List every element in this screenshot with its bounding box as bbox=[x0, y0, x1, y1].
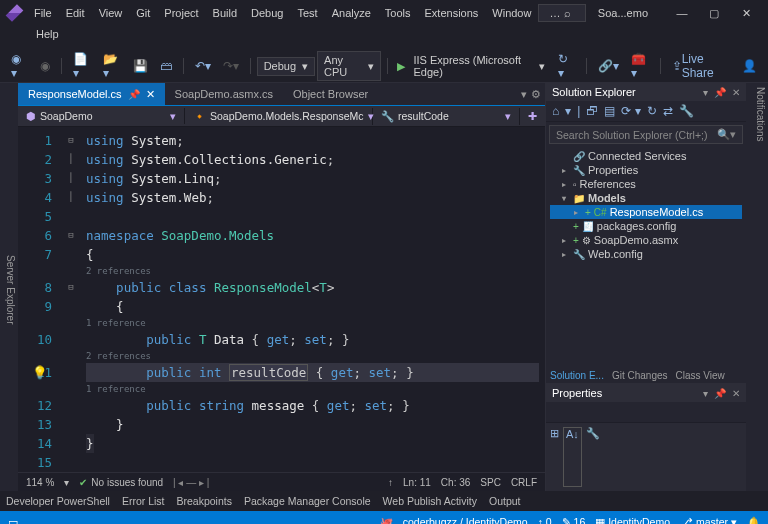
maximize-button[interactable]: ▢ bbox=[698, 0, 730, 26]
tab-web-publish[interactable]: Web Publish Activity bbox=[383, 495, 477, 507]
selected-identifier[interactable]: resultCode bbox=[229, 364, 308, 381]
char-indicator[interactable]: Ch: 36 bbox=[441, 477, 470, 488]
menu-extensions[interactable]: Extensions bbox=[418, 4, 486, 22]
liveshare-button[interactable]: ⇪ Live Share bbox=[667, 49, 735, 83]
nav-fwd-button[interactable]: ◉ bbox=[35, 56, 55, 76]
tree-references[interactable]: ▸▫References bbox=[550, 177, 742, 191]
output-window-icon[interactable]: ▭ bbox=[8, 516, 18, 524]
prop-cat-icon[interactable]: ⊞ bbox=[550, 427, 559, 487]
browser-link-button[interactable]: 🔗▾ bbox=[593, 56, 624, 76]
tab-server-explorer[interactable]: Server Explorer bbox=[3, 251, 18, 328]
menu-edit[interactable]: Edit bbox=[59, 4, 92, 22]
fold-gutter[interactable]: ⊟│││⊟⊟ bbox=[62, 127, 80, 472]
codelens[interactable]: 1 reference bbox=[86, 316, 539, 330]
error-nav[interactable]: | ◂ — ▸ | bbox=[173, 477, 209, 488]
menu-build[interactable]: Build bbox=[206, 4, 244, 22]
tab-dev-powershell[interactable]: Developer PowerShell bbox=[6, 495, 110, 507]
nav-project[interactable]: ⬢SoapDemo▾ bbox=[18, 108, 185, 124]
prop-sort-icon[interactable]: A↓ bbox=[563, 427, 582, 487]
notifications-icon[interactable]: 🔔 bbox=[747, 516, 760, 525]
config-select[interactable]: Debug▾ bbox=[257, 57, 315, 76]
nav-class[interactable]: 🔸SoapDemo.Models.ResponseMc▾ bbox=[185, 108, 373, 125]
menu-view[interactable]: View bbox=[92, 4, 130, 22]
tab-output[interactable]: Output bbox=[489, 495, 521, 507]
tab-overflow-icon[interactable]: ▾ bbox=[521, 88, 527, 101]
menu-analyze[interactable]: Analyze bbox=[325, 4, 378, 22]
source[interactable]: using System; using System.Collections.G… bbox=[80, 127, 545, 472]
se-b1-icon[interactable]: ⟳ ▾ bbox=[621, 104, 640, 118]
tab-package-manager[interactable]: Package Manager Console bbox=[244, 495, 371, 507]
save-all-button[interactable]: 🗃 bbox=[155, 56, 177, 76]
tab-gear-icon[interactable]: ⚙ bbox=[531, 88, 541, 101]
fire-button[interactable]: 🧰▾ bbox=[626, 49, 654, 83]
menu-project[interactable]: Project bbox=[157, 4, 205, 22]
menu-file[interactable]: File bbox=[27, 4, 59, 22]
tab-error-list[interactable]: Error List bbox=[122, 495, 165, 507]
sync-status[interactable]: ↑ 0 bbox=[538, 516, 552, 524]
lineending-indicator[interactable]: CRLF bbox=[511, 477, 537, 488]
spaces-indicator[interactable]: SPC bbox=[480, 477, 501, 488]
zoom-level[interactable]: 114 % bbox=[26, 477, 54, 488]
codelens[interactable]: 1 reference bbox=[86, 382, 539, 396]
menu-git[interactable]: Git bbox=[129, 4, 157, 22]
menu-test[interactable]: Test bbox=[290, 4, 324, 22]
redo-button[interactable]: ↷▾ bbox=[218, 56, 244, 76]
prop-events-icon[interactable]: 🔧 bbox=[586, 427, 600, 487]
minimize-button[interactable]: — bbox=[666, 0, 698, 26]
open-button[interactable]: 📂▾ bbox=[98, 49, 126, 83]
tab-notifications[interactable]: Notifications bbox=[755, 87, 766, 141]
lightbulb-icon[interactable]: 💡 bbox=[32, 363, 48, 382]
pin-icon[interactable]: 📌 bbox=[714, 87, 726, 98]
codelens[interactable]: 2 references bbox=[86, 349, 539, 363]
nav-back-button[interactable]: ◉ ▾ bbox=[6, 49, 33, 83]
platform-select[interactable]: Any CPU▾ bbox=[317, 51, 381, 81]
tab-breakpoints[interactable]: Breakpoints bbox=[176, 495, 231, 507]
tab-responsemodel[interactable]: ResponseModel.cs📌✕ bbox=[18, 83, 165, 105]
pin-icon[interactable]: 📌 bbox=[128, 89, 140, 100]
tree-properties[interactable]: ▸🔧Properties bbox=[550, 163, 742, 177]
menu-debug[interactable]: Debug bbox=[244, 4, 290, 22]
se-wrench-icon[interactable]: 🔧 bbox=[679, 104, 694, 118]
tree-connected-services[interactable]: 🔗Connected Services bbox=[550, 149, 742, 163]
se-home-icon[interactable]: ⌂ bbox=[552, 104, 559, 118]
codelens[interactable]: 2 references bbox=[86, 264, 539, 278]
se-switch-icon[interactable]: ▾ bbox=[565, 104, 571, 118]
tab-object-browser[interactable]: Object Browser bbox=[283, 83, 378, 105]
nav-member[interactable]: 🔧resultCode▾ bbox=[373, 108, 520, 125]
tab-class-view[interactable]: Class View bbox=[676, 370, 725, 381]
se-filter-icon[interactable]: ⇄ bbox=[663, 104, 673, 118]
tree-responsemodel-file[interactable]: ▸+C#ResponseModel.cs bbox=[550, 205, 742, 219]
menu-tools[interactable]: Tools bbox=[378, 4, 418, 22]
line-indicator[interactable]: Ln: 11 bbox=[403, 477, 431, 488]
pin-icon[interactable]: 📌 bbox=[714, 388, 726, 399]
menu-window[interactable]: Window bbox=[485, 4, 538, 22]
branch-indicator[interactable]: ⎇ master ▾ bbox=[680, 516, 737, 524]
menu-help[interactable]: Help bbox=[14, 25, 66, 43]
panel-dropdown-icon[interactable]: ▾ bbox=[703, 388, 708, 399]
panel-dropdown-icon[interactable]: ▾ bbox=[703, 87, 708, 98]
solution-search-input[interactable]: Search Solution Explorer (Ctrl+;)🔍▾ bbox=[549, 125, 743, 144]
close-panel-icon[interactable]: ✕ bbox=[732, 388, 740, 399]
tab-git-changes[interactable]: Git Changes bbox=[612, 370, 668, 381]
tree-packages-config[interactable]: +🧾packages.config bbox=[550, 219, 742, 233]
split-icon[interactable]: ✚ bbox=[520, 108, 545, 124]
save-button[interactable]: 💾 bbox=[128, 56, 153, 76]
tab-soapdemo-asmx[interactable]: SoapDemo.asmx.cs bbox=[165, 83, 283, 105]
tree-web-config[interactable]: ▸🔧Web.config bbox=[550, 247, 742, 261]
se-refresh-icon[interactable]: ↻ bbox=[647, 104, 657, 118]
refresh-button[interactable]: ↻ ▾ bbox=[553, 49, 580, 83]
project-indicator[interactable]: ▦ IdentityDemo bbox=[595, 516, 670, 524]
tree-models-folder[interactable]: ▾📁Models bbox=[550, 191, 742, 205]
close-tab-icon[interactable]: ✕ bbox=[146, 88, 155, 101]
undo-button[interactable]: ↶▾ bbox=[190, 56, 216, 76]
run-target-select[interactable]: IIS Express (Microsoft Edge)▾ bbox=[407, 52, 551, 80]
tab-solution-explorer[interactable]: Solution E... bbox=[550, 370, 604, 381]
new-item-button[interactable]: 📄▾ bbox=[68, 49, 96, 83]
close-button[interactable]: ✕ bbox=[730, 0, 762, 26]
solution-tree[interactable]: 🔗Connected Services ▸🔧Properties ▸▫Refer… bbox=[546, 147, 746, 368]
commits-status[interactable]: ✎ 16 bbox=[562, 516, 586, 524]
code-editor[interactable]: 123456789101112131415 ⊟│││⊟⊟ using Syste… bbox=[18, 127, 545, 472]
repo-name[interactable]: coderbugzz / IdentityDemo bbox=[403, 516, 528, 524]
tree-soapdemo-asmx[interactable]: ▸+⚙SoapDemo.asmx bbox=[550, 233, 742, 247]
se-tree-icon[interactable]: ▤ bbox=[604, 104, 615, 118]
